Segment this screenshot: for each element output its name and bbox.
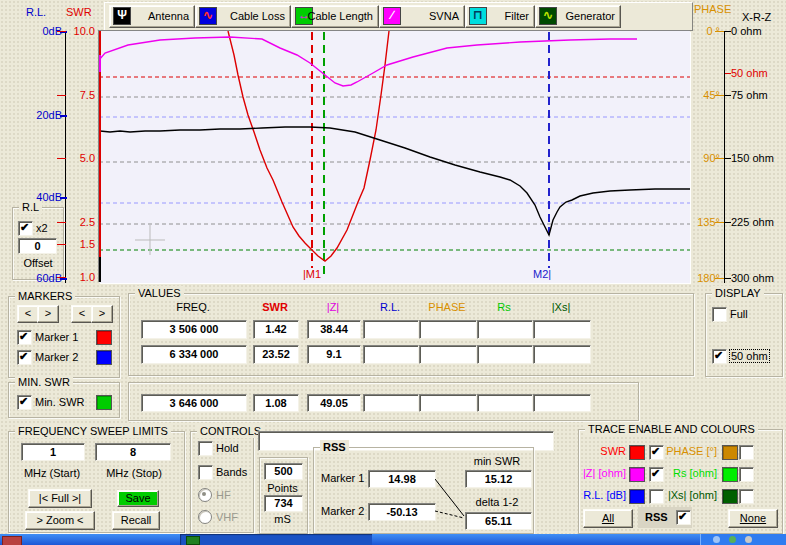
rl-offset-input[interactable]: 0 [18,238,57,254]
rss-trace-checkbox[interactable] [676,510,691,525]
rss-marker1-value[interactable]: 14.98 [368,470,436,488]
toolbar-button-antenna[interactable]: ΨAntenna [109,5,195,28]
trace-color-swatch[interactable] [629,445,645,460]
min-swr-values-field[interactable] [533,394,591,412]
min-swr-values-field[interactable] [363,394,419,412]
points-input[interactable]: 500 [264,463,303,480]
stop-frequency-label: MHz (Stop) [97,467,171,479]
chart-plot-area[interactable]: |M1M2| [99,31,690,283]
marker2-checkbox[interactable] [17,350,32,365]
start-frequency-input[interactable]: 1 [21,443,85,461]
values-field[interactable] [419,345,477,364]
min-swr-values-field[interactable]: 1.08 [253,394,299,412]
marker2-color-swatch[interactable] [96,350,112,365]
values-field[interactable] [477,320,533,339]
antenna-icon: Ψ [113,7,131,25]
values-field[interactable]: 9.1 [307,345,361,364]
values-field[interactable] [477,345,533,364]
values-field[interactable] [419,320,477,339]
toolbar-button-generator[interactable]: ∿Generator [535,5,621,28]
left-axis-swr-tick [57,95,66,96]
values-field[interactable] [533,345,591,364]
marker2-next-button[interactable]: > [91,305,113,323]
rss-delta-label: delta 1-2 [463,496,531,508]
values-field[interactable] [363,320,419,339]
taskbar-start-icon[interactable] [2,536,22,545]
all-traces-button[interactable]: All [583,509,633,528]
min-swr-values-field[interactable]: 3 646 000 [141,394,247,412]
min-swr-checkbox[interactable] [17,395,32,410]
full-span-button[interactable]: |< Full >| [28,489,92,508]
trace-enable-checkbox[interactable] [739,467,754,482]
none-traces-button[interactable]: None [728,509,778,528]
stop-frequency-input[interactable]: 8 [95,443,171,461]
right-axis-phase-tick [715,31,724,32]
taskbar-active-button[interactable] [180,534,372,545]
right-axis-ohm-tick [725,73,731,74]
toolbar-button-label: SVNA [429,10,459,22]
svna-icon: ∕ [383,7,401,25]
tray-icon[interactable] [713,536,720,543]
values-col-header: R.L. [363,301,417,313]
trace-color-swatch[interactable] [722,489,738,504]
min-swr-values-field[interactable]: 49.05 [307,394,361,412]
zoom-button[interactable]: > Zoom < [25,511,95,530]
trace-color-swatch[interactable] [722,445,738,460]
right-axis-ohm-label: 0 ohm [731,25,762,37]
windows-taskbar[interactable] [0,534,786,545]
controls-title: CONTROLS [197,424,264,438]
values-field[interactable]: 3 506 000 [141,320,247,339]
tray-icon[interactable] [745,536,752,543]
points-panel: 500 Points 734 mS [259,457,308,534]
trace-enable-groupbox: TRACE ENABLE AND COLOURS All RSS None SW… [578,429,783,534]
trace-color-swatch[interactable] [629,467,645,482]
toolbar-button-filter[interactable]: ⊓Filter [465,5,535,28]
recall-button[interactable]: Recall [112,511,160,530]
toolbar-button-label: Antenna [148,10,189,22]
hold-checkbox[interactable] [198,441,213,456]
ms-input[interactable]: 734 [264,495,303,512]
markers-groupbox: MARKERS < > < > Marker 1 Marker 2 [8,296,120,378]
rss-min-swr-value[interactable]: 15.12 [465,470,532,488]
toolbar-button-cable-loss[interactable]: ∿Cable Loss [195,5,291,28]
marker2-prev-button[interactable]: < [71,305,93,323]
values-field[interactable] [533,320,591,339]
display-full-label: Full [730,308,748,320]
rl-x2-checkbox[interactable] [18,221,33,236]
values-field[interactable]: 1.42 [253,320,299,339]
trace-enable-checkbox[interactable] [739,445,754,460]
values-field[interactable]: 6 334 000 [141,345,247,364]
marker1-prev-button[interactable]: < [17,305,39,323]
rss-min-swr-label: min SWR [463,455,531,467]
min-swr-values-field[interactable] [419,394,477,412]
left-axis-swr-label: 5.0 [69,152,95,164]
min-swr-values-field[interactable] [477,394,533,412]
ms-label: mS [260,513,305,525]
tray-icon[interactable] [729,536,736,543]
trace-color-swatch[interactable] [629,489,645,504]
trace-enable-checkbox[interactable] [739,489,754,504]
trace-color-swatch[interactable] [722,467,738,482]
min-swr-color-swatch[interactable] [96,395,112,410]
marker1-checkbox[interactable] [17,330,32,345]
hf-radio[interactable] [198,488,212,502]
toolbar-button-label: Cable Length [308,10,373,22]
vhf-label: VHF [216,511,238,523]
rss-delta-value[interactable]: 65.11 [465,512,532,530]
display-50ohm-checkbox[interactable] [712,349,727,364]
trace-item-label: |Xs| [ohm] [647,489,717,501]
values-field[interactable]: 23.52 [253,345,299,364]
marker1-color-swatch[interactable] [96,330,112,345]
values-field[interactable]: 38.44 [307,320,361,339]
toolbar-button-cable-length[interactable]: ↔Cable Length [291,5,379,28]
save-button[interactable]: Save [117,490,159,507]
rss-marker2-value[interactable]: -50.13 [368,503,436,521]
marker1-next-button[interactable]: > [37,305,59,323]
toolbar-button-svna[interactable]: ∕SVNA [379,5,465,28]
bands-checkbox[interactable] [198,465,213,480]
rss-groupbox: RSS Marker 1 14.98 min SWR 15.12 Marker … [313,447,534,534]
values-field[interactable] [363,345,419,364]
system-tray[interactable] [700,534,786,545]
vhf-radio[interactable] [198,510,212,524]
display-full-checkbox[interactable] [712,307,727,322]
